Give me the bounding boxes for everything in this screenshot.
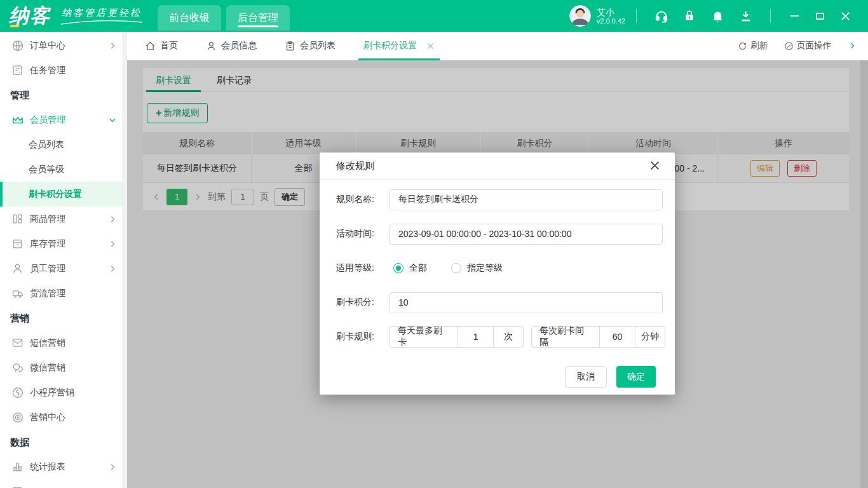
tab-member-list[interactable]: 会员列表: [285, 32, 336, 60]
modal-body: 规则名称: 活动时间: 适用等级: 全部: [320, 180, 675, 388]
sidebar-item-task-manage[interactable]: 任务管理: [0, 58, 127, 83]
form-row-card-points: 刷卡积分:: [336, 292, 665, 313]
sidebar-item-sms-marketing[interactable]: 短信营销: [0, 330, 127, 355]
max-swipes-input[interactable]: [458, 326, 494, 348]
sidebar-item-label: 货流管理: [30, 288, 65, 299]
cancel-button[interactable]: 取消: [565, 366, 607, 388]
sidebar-item-member-level[interactable]: 会员等级: [0, 157, 127, 182]
sidebar-item-statistics-report[interactable]: 统计报表: [0, 454, 127, 479]
sidebar-item-wechat-marketing[interactable]: 微信营销: [0, 355, 127, 380]
main-content: 刷卡设置 刷卡记录 + 新增规则 规则名称 适用等级 刷卡规则 刷卡积分 活动时…: [127, 60, 868, 488]
miniprogram-icon: [11, 386, 24, 399]
envelope-icon: [11, 337, 24, 349]
nav-backend-manage-label: 后台管理: [238, 11, 278, 25]
sidebar-item-order-center[interactable]: 订单中心: [0, 33, 127, 58]
truck-icon: [11, 287, 24, 300]
square-icon: [11, 485, 24, 488]
tab-label: 会员信息: [221, 40, 257, 51]
sidebar-section-manage: 管理: [0, 83, 127, 107]
active-nav-underline: [238, 25, 278, 27]
card-points-input[interactable]: [390, 292, 663, 313]
box-icon: [11, 238, 24, 250]
nav-backend-manage[interactable]: 后台管理: [226, 5, 290, 30]
chevron-right-icon: [108, 463, 117, 471]
window-minimize-button[interactable]: [788, 10, 801, 22]
globe-icon: [11, 39, 24, 52]
radio-all-levels[interactable]: 全部: [393, 262, 427, 274]
tab-card-points-setting[interactable]: 刷卡积分设置: [363, 32, 435, 60]
form-row-card-rule: 刷卡规则: 每天最多刷卡 次 每次刷卡间隔 分钟: [336, 326, 665, 348]
sidebar-item-label: 任务管理: [30, 65, 65, 76]
close-icon[interactable]: [649, 160, 661, 172]
activity-time-label: 活动时间:: [336, 228, 390, 240]
sidebar-scrollbar[interactable]: [123, 32, 127, 488]
crown-icon: [11, 114, 24, 126]
sidebar-item-card-points-setting[interactable]: 刷卡积分设置: [0, 182, 127, 207]
tab-member-info[interactable]: 会员信息: [206, 32, 257, 60]
page-tabbar: 首页 会员信息 会员列表 刷卡积分设置 刷新 页面操作: [127, 32, 868, 60]
tab-home[interactable]: 首页: [145, 32, 178, 60]
card-points-label: 刷卡积分:: [336, 297, 390, 308]
radio-all-label: 全部: [409, 262, 427, 274]
chevron-right-icon: [108, 41, 117, 50]
user-meta: 艾小 v2.0.0.42: [597, 7, 625, 25]
sidebar-item-logistics-manage[interactable]: 货流管理: [0, 281, 127, 306]
header-divider: [770, 9, 771, 23]
rule-name-input[interactable]: [390, 189, 663, 210]
bell-icon[interactable]: [710, 9, 724, 23]
form-row-apply-level: 适用等级: 全部 指定等级: [336, 257, 665, 279]
nav-front-cashier[interactable]: 前台收银: [158, 5, 221, 30]
window-maximize-button[interactable]: [813, 10, 826, 22]
close-tab-icon[interactable]: [426, 42, 435, 50]
sidebar-item-partial[interactable]: [0, 479, 127, 488]
headset-icon[interactable]: [654, 9, 668, 23]
radio-specified-label: 指定等级: [467, 262, 503, 274]
swipe-interval-group: 每次刷卡间隔 分钟: [531, 326, 665, 348]
sidebar-item-label: 库存管理: [30, 238, 65, 250]
max-swipes-group: 每天最多刷卡 次: [390, 326, 524, 348]
sidebar-item-marketing-center[interactable]: 营销中心: [0, 405, 127, 430]
modal-footer: 取消 确定: [336, 366, 665, 388]
target-icon: [11, 411, 24, 424]
chevron-right-icon[interactable]: [848, 41, 857, 50]
chevron-right-icon: [108, 264, 117, 273]
sidebar-section-data: 数据: [0, 430, 127, 454]
form-row-rule-name: 规则名称:: [336, 189, 665, 210]
bar-chart-icon: [11, 461, 24, 473]
tasks-icon: [11, 64, 24, 77]
max-swipes-prefix: 每天最多刷卡: [390, 326, 458, 348]
form-row-activity-time: 活动时间:: [336, 223, 665, 245]
tab-label: 首页: [160, 40, 178, 51]
person-icon: [11, 262, 24, 275]
avatar[interactable]: [569, 5, 591, 27]
confirm-button[interactable]: 确定: [616, 366, 656, 388]
chevron-right-icon: [108, 240, 117, 248]
sidebar-item-inventory-manage[interactable]: 库存管理: [0, 231, 127, 256]
sidebar-section-marketing: 营销: [0, 306, 127, 330]
sidebar-item-member-manage[interactable]: 会员管理: [0, 107, 127, 132]
window-close-button[interactable]: [839, 10, 851, 22]
swipe-interval-input[interactable]: [599, 326, 635, 348]
radio-specified-levels[interactable]: 指定等级: [451, 262, 503, 274]
activity-time-input[interactable]: [390, 224, 663, 245]
sidebar-item-member-list[interactable]: 会员列表: [0, 132, 127, 157]
wechat-icon: [11, 362, 24, 374]
app-logo: 纳客 纳客管店更轻松: [9, 3, 144, 29]
sidebar: 订单中心 任务管理 管理 会员管理 会员列表 会员等级 刷卡积分设置 商品管理 …: [0, 32, 127, 488]
lock-icon[interactable]: [682, 9, 696, 23]
swoosh-decoration: [60, 20, 144, 25]
download-icon[interactable]: [738, 9, 752, 23]
sidebar-item-label: 营销中心: [30, 412, 65, 423]
refresh-action[interactable]: 刷新: [738, 40, 768, 51]
sidebar-item-staff-manage[interactable]: 员工管理: [0, 256, 127, 281]
chevron-right-icon: [108, 215, 117, 224]
sidebar-item-miniprogram-marketing[interactable]: 小程序营销: [0, 380, 127, 405]
radio-selected-icon: [393, 263, 403, 273]
sidebar-item-label: 统计报表: [30, 461, 65, 473]
tab-label: 刷卡积分设置: [363, 40, 417, 51]
page-operations-action[interactable]: 页面操作: [784, 40, 831, 51]
sidebar-item-goods-manage[interactable]: 商品管理: [0, 207, 127, 231]
sidebar-item-label: 会员管理: [30, 114, 65, 126]
sidebar-item-label: 员工管理: [30, 263, 65, 274]
tab-label: 会员列表: [300, 40, 336, 51]
